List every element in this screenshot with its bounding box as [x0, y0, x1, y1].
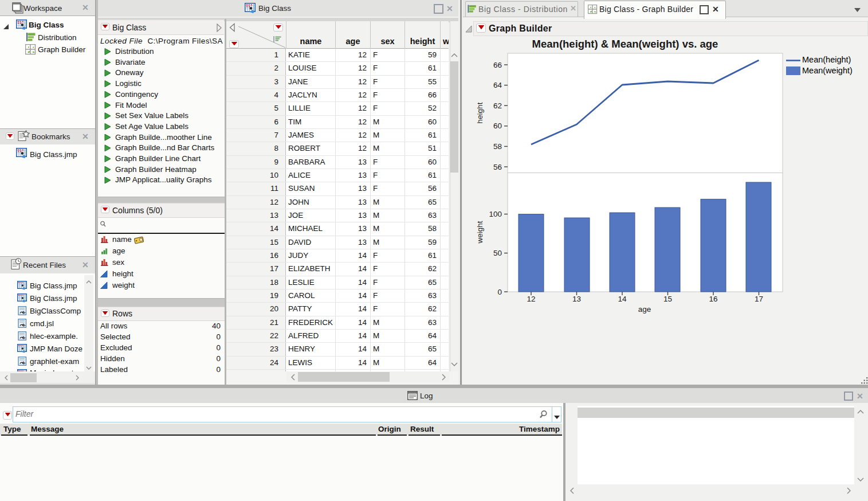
svg-text:Mean(height) & Mean(weight) vs: Mean(height) & Mean(weight) vs. age	[532, 38, 718, 50]
svg-text:Mean(weight): Mean(weight)	[802, 66, 853, 75]
svg-text:12: 12	[527, 295, 535, 303]
svg-text:age: age	[638, 305, 651, 314]
svg-text:13: 13	[572, 295, 581, 303]
svg-text:Mean(height): Mean(height)	[802, 55, 851, 64]
svg-text:14: 14	[618, 295, 627, 303]
svg-text:16: 16	[709, 295, 717, 303]
svg-text:58: 58	[493, 142, 502, 151]
svg-text:17: 17	[755, 295, 763, 303]
svg-text:50: 50	[493, 249, 502, 257]
svg-text:15: 15	[663, 295, 672, 303]
svg-text:0: 0	[497, 288, 502, 296]
svg-text:56: 56	[493, 163, 502, 171]
svg-text:64: 64	[493, 81, 502, 89]
svg-text:height: height	[476, 102, 484, 123]
svg-text:100: 100	[489, 210, 502, 218]
svg-text:66: 66	[493, 61, 502, 69]
svg-text:weight: weight	[476, 221, 484, 244]
svg-text:60: 60	[493, 122, 502, 130]
svg-text:62: 62	[493, 101, 502, 110]
